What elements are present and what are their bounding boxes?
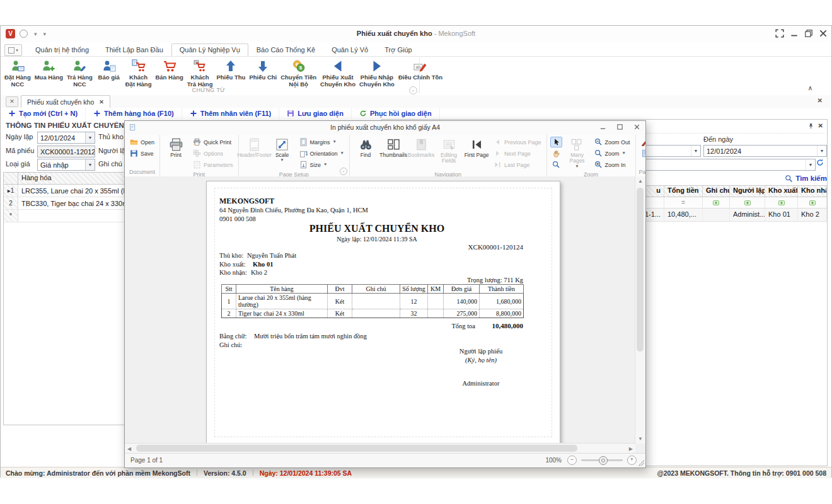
ribbon-group-launcher-icon[interactable]: ⌄: [409, 86, 417, 94]
results-grid-header[interactable]: Kho xuất: [765, 186, 798, 197]
form-combo-3[interactable]: Giá nhập▼: [37, 159, 95, 171]
toolbar-button-size[interactable]: Size▼: [298, 159, 346, 170]
scroll-up-icon[interactable]: ▲: [638, 178, 643, 184]
results-grid-header[interactable]: Người lập: [730, 186, 765, 197]
scroll-left-icon[interactable]: ◀: [127, 446, 131, 452]
minimize-button[interactable]: [790, 30, 799, 37]
ribbon-tab-4[interactable]: Báo Cáo Thống Kê: [248, 43, 323, 56]
fullscreen-button[interactable]: [775, 30, 784, 37]
app-menu-button[interactable]: ▾: [4, 44, 22, 56]
pin-icon[interactable]: [807, 123, 814, 130]
toolbar-button-pointer[interactable]: [550, 137, 562, 147]
vertical-scrollbar[interactable]: ▲ ▼: [635, 176, 645, 444]
tabstrip-close-right-icon[interactable]: ✕: [818, 97, 823, 104]
linkbar-item-label: Thêm hàng hóa (F10): [104, 110, 174, 117]
ribbon-button-13[interactable]: abĐiều Chỉnh Tồn: [396, 57, 444, 81]
search-button-label: Tìm kiếm: [795, 175, 827, 182]
ribbon-tab-2[interactable]: Thiết Lập Ban Đầu: [97, 43, 171, 56]
linkbar-item-3[interactable]: Thêm nhân viên (F11): [182, 108, 279, 119]
toolbar-button-find[interactable]: Find: [352, 136, 379, 171]
ribbon-tab-5[interactable]: Quản Lý Vỏ: [323, 43, 376, 56]
ribbon-tab-6[interactable]: Trợ Giúp: [376, 43, 420, 56]
toolbar-button-quick-print[interactable]: Quick Print: [191, 137, 235, 147]
ribbon-button-12[interactable]: Phiếu Nhập Chuyển Kho: [357, 57, 396, 88]
floppy-purple-icon: [287, 110, 294, 117]
results-grid-filter-cell[interactable]: [765, 197, 798, 208]
search-button[interactable]: Tìm kiếm: [774, 173, 827, 184]
toolbar-group-page-b-: ▼Page B...: [636, 135, 645, 176]
ribbon-button-10[interactable]: €$Chuyển Tiền Nội Bộ: [279, 57, 318, 88]
results-grid-filter-cell[interactable]: [730, 197, 765, 208]
ribbon-button-8[interactable]: Phiếu Thu: [214, 57, 247, 81]
ribbon-tab-1[interactable]: Quản trị hệ thống: [27, 43, 97, 56]
toolbar-button-save[interactable]: Save: [128, 148, 156, 159]
document-tab-active[interactable]: Phiếu xuất chuyển kho ✕: [21, 95, 110, 108]
toolbar-button-zoom-in[interactable]: Zoom In: [592, 159, 632, 170]
chevron-down-icon[interactable]: ▼: [817, 146, 826, 156]
zoom-slider-knob[interactable]: [599, 456, 608, 465]
toolbar-button-zoom-out[interactable]: Zoom Out: [592, 137, 632, 147]
document-tab-close-icon[interactable]: ✕: [99, 99, 104, 105]
dialog-minimize-icon[interactable]: [599, 123, 606, 130]
toolbar-button-print[interactable]: Print: [162, 136, 190, 171]
ribbon-button-2[interactable]: Mua Hàng: [33, 57, 65, 81]
results-grid-header[interactable]: Ghi chú: [703, 186, 730, 197]
tabstrip-close-icon[interactable]: ✕: [6, 96, 18, 107]
zoom-slider[interactable]: [581, 459, 623, 461]
collapse-ribbon-icon[interactable]: ∧: [808, 84, 812, 91]
toolbar-button-pagecolor[interactable]: [639, 148, 645, 159]
form-input-2[interactable]: XCK00001-120124: [37, 146, 95, 158]
scroll-down-icon[interactable]: ▼: [638, 436, 643, 442]
toolbar-button-hand[interactable]: [550, 148, 562, 159]
ribbon-button-5[interactable]: Khách Đặt Hàng: [124, 57, 154, 88]
to-date-picker[interactable]: 12/01/2024 ▼: [703, 145, 827, 157]
horizontal-scrollbar[interactable]: ◀ ▶: [125, 443, 635, 454]
ribbon-tab-3[interactable]: Quản Lý Nghiệp Vụ: [171, 43, 248, 56]
results-grid-filter-cell[interactable]: [703, 197, 730, 208]
restore-button[interactable]: [804, 30, 813, 37]
vertical-scroll-thumb[interactable]: [637, 188, 644, 352]
toolbar-button-orientation[interactable]: Orientation▼: [298, 148, 346, 159]
toolbar-button-open[interactable]: Open: [128, 137, 156, 147]
ribbon-button-4[interactable]: Báo giá: [95, 57, 124, 81]
svg-text:ab: ab: [416, 65, 421, 69]
toolbar-button-watermark[interactable]: ▼: [639, 137, 645, 147]
toolbar-button-scale[interactable]: Scale▼: [269, 136, 296, 171]
ribbon-button-1[interactable]: Đặt Hàng NCC: [3, 57, 33, 88]
results-grid-filter-cell[interactable]: =: [664, 197, 703, 208]
ribbon-button-7[interactable]: Khách Trả Hàng: [185, 57, 215, 88]
chevron-down-icon[interactable]: ▼: [691, 146, 700, 156]
results-grid-header[interactable]: Kho nhận: [798, 186, 827, 197]
panel-close-icon[interactable]: ✕: [818, 122, 823, 129]
form-combo-1[interactable]: 12/01/2024▼: [37, 132, 95, 144]
horizontal-scroll-thumb[interactable]: [136, 445, 577, 452]
linkbar-item-2[interactable]: Thêm hàng hóa (F10): [86, 108, 182, 119]
toolbar-button-zoom[interactable]: Zoom▼: [592, 148, 632, 159]
toolbar-button-magnifier[interactable]: [550, 159, 562, 170]
dialog-close-icon[interactable]: [633, 123, 640, 130]
linkbar-item-5[interactable]: Phục hồi giao diện: [352, 108, 440, 119]
close-button[interactable]: [819, 30, 828, 37]
dialog-maximize-icon[interactable]: [616, 123, 623, 130]
zoom-out-icon[interactable]: −: [567, 455, 577, 465]
zoom-in-icon[interactable]: +: [627, 455, 637, 465]
ribbon-button-11[interactable]: Phiếu Xuất Chuyển Kho: [318, 57, 357, 88]
refresh-icon[interactable]: [816, 158, 824, 167]
ribbon-button-9[interactable]: Phiếu Chi: [247, 57, 279, 81]
linkbar-item-1[interactable]: Tạo mới (Ctrl + N): [1, 108, 86, 119]
chevron-down-icon[interactable]: ▼: [85, 132, 95, 143]
chevron-down-icon[interactable]: ▼: [85, 159, 95, 170]
results-grid-filter-cell[interactable]: [798, 197, 827, 208]
ribbon-button-3[interactable]: Trả Hàng NCC: [65, 57, 95, 88]
arrow-up-icon: [223, 59, 238, 74]
toolbar-button-first-page[interactable]: First Page: [463, 136, 490, 171]
toolbar-button-margins[interactable]: Margins▼: [298, 137, 346, 147]
toolbar-button-thumbnails[interactable]: Thumbnails: [379, 136, 407, 171]
chevron-down-icon[interactable]: ▼: [806, 159, 815, 170]
results-grid-header[interactable]: Tổng tiền: [664, 186, 703, 197]
linkbar-item-4[interactable]: Lưu giao diện: [279, 108, 352, 119]
resize-grip[interactable]: [638, 460, 644, 466]
ribbon-button-6[interactable]: Bán Hàng: [153, 57, 185, 81]
group-launcher-icon[interactable]: ⌄: [340, 168, 347, 175]
scroll-right-icon[interactable]: ▶: [629, 446, 633, 452]
